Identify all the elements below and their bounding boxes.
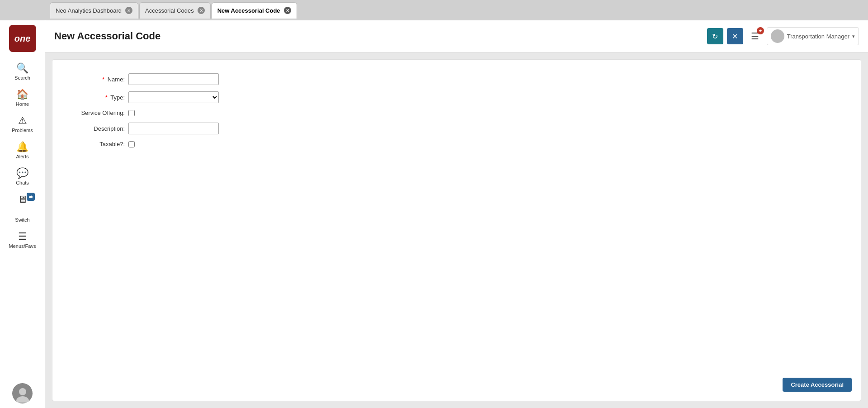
header-actions: ↻ ✕ ☰ ★ Transportation Manager ▾ bbox=[707, 27, 859, 45]
user-avatar-sidebar[interactable] bbox=[12, 383, 33, 403]
sidebar-item-switch[interactable]: 🖥 ⇄ Switch bbox=[0, 190, 45, 227]
sidebar-item-search-label: Search bbox=[14, 75, 30, 81]
type-label: * Type: bbox=[61, 94, 125, 101]
home-icon: 🏠 bbox=[16, 90, 28, 100]
taxable-checkbox[interactable] bbox=[128, 141, 135, 147]
sidebar-bottom bbox=[0, 383, 45, 408]
sidebar-item-menus-favs-label: Menus/Favs bbox=[9, 243, 36, 249]
service-offering-label-text: Service Offering: bbox=[81, 109, 125, 116]
sidebar-item-problems-label: Problems bbox=[12, 128, 33, 133]
form-container: * Name: * Type: Option 1 Option 2 Option… bbox=[52, 59, 861, 401]
switch-icon: 🖥 bbox=[18, 195, 28, 204]
page-title: New Accessorial Code bbox=[54, 30, 703, 42]
sidebar-item-home[interactable]: 🏠 Home bbox=[0, 85, 45, 111]
sidebar-item-chats-label: Chats bbox=[16, 180, 29, 185]
sidebar-item-problems[interactable]: ⚠ Problems bbox=[0, 111, 45, 138]
description-input[interactable] bbox=[128, 123, 219, 134]
sidebar-item-switch-label: Switch bbox=[15, 217, 29, 223]
type-select[interactable]: Option 1 Option 2 Option 3 bbox=[128, 91, 219, 103]
tab-bar: Neo Analytics Dashboard ✕ Accessorial Co… bbox=[0, 0, 868, 20]
description-row: Description: bbox=[61, 123, 852, 134]
tab-dashboard-close[interactable]: ✕ bbox=[125, 7, 132, 14]
tab-new-accessorial-code-close[interactable]: ✕ bbox=[284, 7, 291, 14]
sidebar-item-search[interactable]: 🔍 Search bbox=[0, 59, 45, 85]
svg-point-0 bbox=[19, 388, 26, 395]
dropdown-arrow: ▾ bbox=[852, 33, 855, 39]
sidebar-item-menus-favs[interactable]: ☰ Menus/Favs bbox=[0, 227, 45, 253]
tab-accessorial-codes-close[interactable]: ✕ bbox=[198, 7, 205, 14]
type-row: * Type: Option 1 Option 2 Option 3 bbox=[61, 91, 852, 103]
service-offering-row: Service Offering: bbox=[61, 109, 852, 116]
switch-badge: ⇄ bbox=[27, 193, 35, 201]
sidebar-item-home-label: Home bbox=[16, 101, 29, 107]
logo-text: one bbox=[14, 33, 31, 44]
taxable-label: Taxable?: bbox=[61, 141, 125, 147]
create-accessorial-button[interactable]: Create Accessorial bbox=[783, 378, 852, 392]
main-layout: one 🔍 Search 🏠 Home ⚠ Problems 🔔 Alerts … bbox=[0, 20, 868, 408]
description-label: Description: bbox=[61, 125, 125, 132]
search-icon: 🔍 bbox=[16, 63, 28, 73]
type-required-star: * bbox=[105, 94, 108, 101]
sidebar-item-alerts[interactable]: 🔔 Alerts bbox=[0, 138, 45, 164]
star-badge: ★ bbox=[757, 27, 764, 34]
name-input[interactable] bbox=[128, 73, 219, 85]
content-area: New Accessorial Code ↻ ✕ ☰ ★ Transportat… bbox=[45, 20, 868, 408]
menu-button[interactable]: ☰ ★ bbox=[747, 28, 763, 44]
name-row: * Name: bbox=[61, 73, 852, 85]
tab-accessorial-codes[interactable]: Accessorial Codes ✕ bbox=[139, 2, 211, 19]
close-button[interactable]: ✕ bbox=[727, 28, 743, 44]
user-name: Transportation Manager bbox=[787, 33, 849, 40]
description-label-text: Description: bbox=[94, 125, 125, 132]
taxable-row: Taxable?: bbox=[61, 141, 852, 147]
user-avatar bbox=[771, 29, 784, 43]
name-label-text: Name: bbox=[108, 76, 125, 83]
chats-icon: 💬 bbox=[16, 168, 28, 178]
logo[interactable]: one bbox=[9, 25, 36, 52]
tab-dashboard[interactable]: Neo Analytics Dashboard ✕ bbox=[50, 2, 138, 19]
sidebar: one 🔍 Search 🏠 Home ⚠ Problems 🔔 Alerts … bbox=[0, 20, 45, 408]
svg-point-1 bbox=[16, 396, 29, 403]
header-bar: New Accessorial Code ↻ ✕ ☰ ★ Transportat… bbox=[45, 20, 868, 52]
problems-icon: ⚠ bbox=[18, 116, 27, 126]
service-offering-checkbox[interactable] bbox=[128, 110, 135, 116]
name-label: * Name: bbox=[61, 76, 125, 83]
taxable-label-text: Taxable?: bbox=[99, 141, 125, 147]
service-offering-label: Service Offering: bbox=[61, 109, 125, 116]
sidebar-item-alerts-label: Alerts bbox=[16, 154, 28, 159]
refresh-button[interactable]: ↻ bbox=[707, 28, 723, 44]
user-dropdown[interactable]: Transportation Manager ▾ bbox=[767, 27, 859, 45]
alerts-icon: 🔔 bbox=[16, 142, 28, 152]
sidebar-item-chats[interactable]: 💬 Chats bbox=[0, 164, 45, 190]
tab-new-accessorial-code-label: New Accessorial Code bbox=[217, 7, 280, 14]
tab-accessorial-codes-label: Accessorial Codes bbox=[145, 7, 194, 14]
menus-icon: ☰ bbox=[18, 232, 27, 242]
tab-new-accessorial-code[interactable]: New Accessorial Code ✕ bbox=[212, 2, 297, 19]
name-required-star: * bbox=[102, 76, 104, 83]
type-label-text: Type: bbox=[110, 94, 125, 101]
tab-dashboard-label: Neo Analytics Dashboard bbox=[56, 7, 122, 14]
